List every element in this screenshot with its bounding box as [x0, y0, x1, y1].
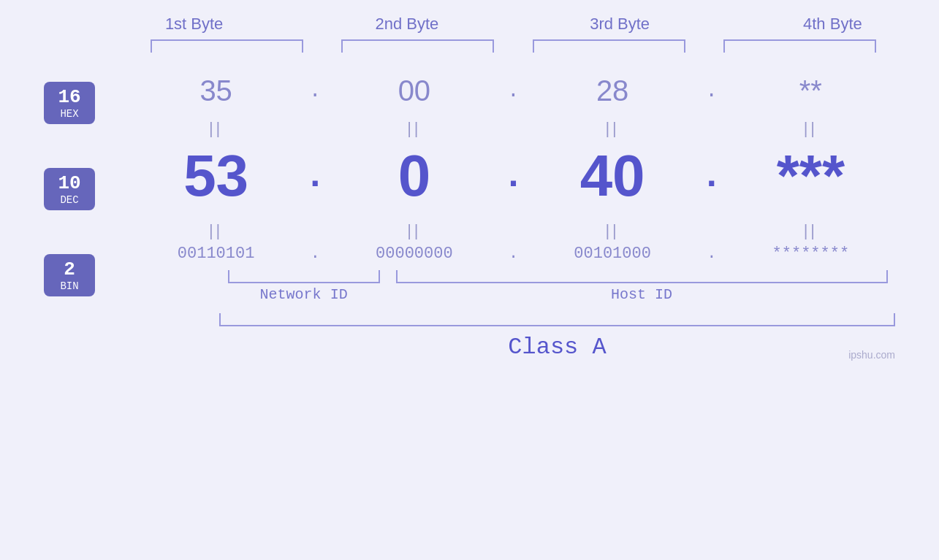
dec-byte2-cell: 0 — [330, 142, 498, 210]
dec-byte1-cell: 53 — [132, 142, 300, 210]
bin-byte1-cell: 00110101 — [132, 245, 300, 263]
network-bracket-cell — [219, 270, 388, 283]
main-container: 1st Byte 2nd Byte 3rd Byte 4th Byte 16 H… — [0, 0, 939, 560]
dec-byte4-value: *** — [777, 142, 845, 210]
bottom-section: Network ID Host ID Class A ipshu.com — [219, 270, 895, 361]
hex-byte3-value: 28 — [596, 74, 629, 107]
hex-byte2-cell: 00 — [330, 74, 498, 107]
bin-byte1-value: 00110101 — [178, 245, 255, 263]
class-label-row: Class A ipshu.com — [219, 334, 895, 361]
bin-byte4-cell: ******** — [726, 245, 895, 263]
class-label: Class A — [508, 334, 606, 361]
dec-badge: 10 DEC — [44, 168, 95, 210]
hex-byte1-value: 35 — [199, 74, 232, 107]
equals-row-1: || || || || — [132, 119, 895, 138]
dec-byte1-value: 53 — [183, 142, 248, 210]
eq2-sym4: || — [804, 221, 818, 240]
watermark: ipshu.com — [848, 349, 895, 361]
bin-byte2-cell: 00000000 — [330, 245, 498, 263]
bottom-brackets-row — [219, 270, 895, 283]
bin-value-row: 00110101 . 00000000 . 00101000 . — [132, 245, 895, 263]
top-bracket-4 — [704, 39, 895, 53]
hex-dot2: . — [499, 80, 528, 102]
bin-dot2: . — [499, 245, 528, 263]
byte1-header: 1st Byte — [88, 15, 300, 34]
dec-dot3: . — [697, 156, 726, 197]
bin-byte4-value: ******** — [772, 245, 850, 263]
dec-value-row: 53 . 0 . 40 . *** — [132, 142, 895, 210]
top-bracket-1 — [132, 39, 322, 53]
bin-badge: 2 BIN — [44, 254, 95, 296]
eq1-sym1: || — [209, 119, 223, 138]
byte2-header: 2nd Byte — [300, 15, 513, 34]
hex-num: 16 — [51, 86, 88, 108]
hex-byte1-cell: 35 — [132, 74, 300, 107]
top-bracket-3 — [514, 39, 704, 53]
eq2-byte4: || — [726, 221, 895, 240]
hex-byte3-cell: 28 — [528, 74, 697, 107]
top-brackets-row — [132, 39, 895, 53]
host-bracket — [396, 270, 888, 283]
host-bracket-cell — [388, 270, 895, 283]
values-grid: 35 . 00 . 28 . ** — [132, 74, 895, 361]
eq1-byte4: || — [726, 119, 895, 138]
eq2-sym1: || — [209, 221, 223, 240]
bracket-top-4 — [723, 39, 876, 53]
dec-byte2-value: 0 — [398, 142, 431, 210]
byte-headers-row: 1st Byte 2nd Byte 3rd Byte 4th Byte — [88, 15, 939, 34]
network-id-label: Network ID — [219, 286, 388, 303]
bin-label: BIN — [51, 280, 88, 292]
eq1-sym4: || — [804, 119, 818, 138]
bracket-top-1 — [151, 39, 303, 53]
bin-byte3-value: 00101000 — [574, 245, 651, 263]
bracket-top-2 — [341, 39, 494, 53]
hex-byte2-value: 00 — [398, 74, 431, 107]
dec-label: DEC — [51, 194, 88, 206]
dec-num: 10 — [51, 172, 88, 194]
dec-byte3-cell: 40 — [528, 142, 697, 210]
eq1-sym2: || — [407, 119, 421, 138]
dec-dot1: . — [300, 156, 330, 197]
eq1-byte3: || — [528, 119, 697, 138]
hex-byte4-cell: ** — [726, 74, 895, 107]
main-content-area: 16 HEX 10 DEC 2 BIN 35 . — [44, 74, 895, 545]
bin-dot3: . — [697, 245, 726, 263]
hex-byte4-value: ** — [799, 74, 822, 107]
bin-byte3-cell: 00101000 — [528, 245, 697, 263]
top-bracket-2 — [322, 39, 513, 53]
eq1-sym3: || — [605, 119, 619, 138]
eq2-byte3: || — [528, 221, 697, 240]
hex-label: HEX — [51, 108, 88, 120]
dec-dot2: . — [499, 156, 528, 197]
dec-byte4-cell: *** — [726, 142, 895, 210]
dec-byte3-value: 40 — [580, 142, 645, 210]
network-bracket — [228, 270, 380, 283]
bottom-labels-row: Network ID Host ID — [219, 286, 895, 303]
hex-dot1: . — [300, 80, 330, 102]
eq1-byte2: || — [330, 119, 498, 138]
hex-value-row: 35 . 00 . 28 . ** — [132, 74, 895, 107]
bin-dot1: . — [300, 245, 330, 263]
host-id-label: Host ID — [388, 286, 895, 303]
bin-num: 2 — [51, 258, 88, 280]
base-labels-column: 16 HEX 10 DEC 2 BIN — [44, 74, 132, 296]
eq2-byte2: || — [330, 221, 498, 240]
byte3-header: 3rd Byte — [514, 15, 726, 34]
eq2-byte1: || — [132, 221, 300, 240]
hex-badge: 16 HEX — [44, 82, 95, 124]
full-bottom-bracket — [219, 313, 895, 326]
eq1-byte1: || — [132, 119, 300, 138]
eq2-sym2: || — [407, 221, 421, 240]
eq2-sym3: || — [605, 221, 619, 240]
byte4-header: 4th Byte — [726, 15, 939, 34]
bracket-top-3 — [533, 39, 685, 53]
hex-dot3: . — [697, 80, 726, 102]
equals-row-2: || || || || — [132, 221, 895, 240]
bin-byte2-value: 00000000 — [376, 245, 453, 263]
